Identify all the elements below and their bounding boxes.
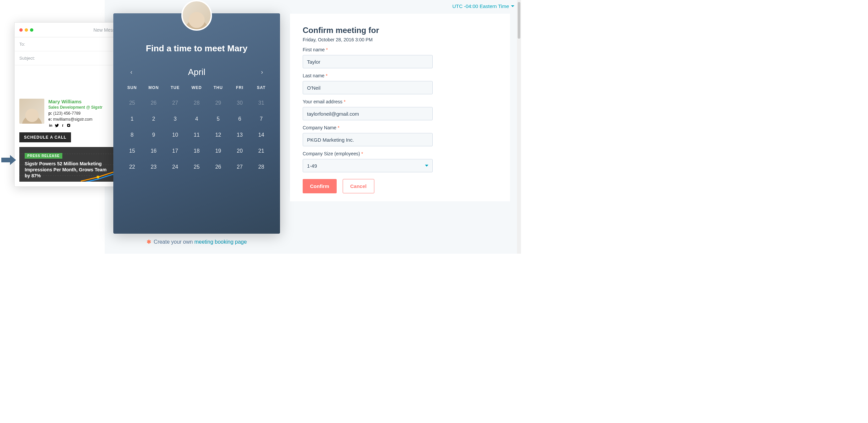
confirm-meeting-form: Confirm meeting for Friday, October 28, …	[290, 14, 510, 201]
footer-text-prefix: Create your own	[154, 239, 194, 245]
hubspot-sprocket-icon: ✱	[147, 239, 151, 245]
calendar-day[interactable]: 4	[186, 116, 208, 122]
form-button-row: Confirm Cancel	[303, 179, 497, 193]
calendar-day[interactable]: 3	[164, 116, 186, 122]
next-month-button[interactable]: ›	[258, 69, 266, 75]
press-release-tag: PRESS RELEASE	[25, 153, 62, 159]
signature-title: Sales Development @ Sigstr	[48, 105, 102, 110]
calendar-day[interactable]: 31	[250, 100, 272, 106]
calendar-day[interactable]: 18	[186, 148, 208, 154]
company-input[interactable]	[303, 133, 433, 146]
last-name-label: Last name *	[303, 73, 497, 78]
svg-point-1	[68, 125, 69, 126]
form-datetime: Friday, October 28, 2016 3:00 PM	[303, 37, 497, 42]
calendar-day[interactable]: 28	[186, 100, 208, 106]
pointer-arrow-icon	[1, 155, 16, 165]
email-value: mwilliams@sigstr.com	[53, 117, 92, 122]
company-size-select[interactable]: 1-49	[303, 159, 433, 172]
meeting-booking-link[interactable]: meeting booking page	[194, 239, 247, 245]
signature-phone: p: (123) 456-7789	[48, 111, 102, 116]
calendar-dow: WED	[186, 85, 208, 90]
calendar-day[interactable]: 9	[143, 132, 165, 138]
signature-social-icons: in f	[48, 123, 102, 128]
calendar-day[interactable]: 7	[250, 116, 272, 122]
signature-email: e: mwilliams@sigstr.com	[48, 117, 102, 122]
confirm-button[interactable]: Confirm	[303, 179, 337, 193]
calendar-dow: TUE	[164, 85, 186, 90]
scrollbar-thumb[interactable]	[518, 2, 520, 39]
calendar-day[interactable]: 5	[207, 116, 229, 122]
calendar-day[interactable]: 11	[186, 132, 208, 138]
linkedin-icon[interactable]: in	[48, 123, 53, 128]
timezone-label: UTC -04:00 Eastern Time	[452, 3, 509, 9]
signature-name: Mary Williams	[48, 99, 102, 104]
last-name-input[interactable]	[303, 81, 433, 94]
calendar-dow: FRI	[229, 85, 251, 90]
calendar-title: Find a time to meet Mary	[121, 43, 272, 54]
calendar-day[interactable]: 8	[121, 132, 143, 138]
calendar-day[interactable]: 21	[250, 148, 272, 154]
calendar-day[interactable]: 23	[143, 164, 165, 170]
calendar-day[interactable]: 29	[207, 100, 229, 106]
calendar-day[interactable]: 10	[164, 132, 186, 138]
facebook-icon[interactable]: f	[60, 123, 65, 128]
calendar-day[interactable]: 12	[207, 132, 229, 138]
calendar-avatar	[181, 0, 212, 31]
first-name-label: First name *	[303, 47, 497, 52]
calendar-day[interactable]: 24	[164, 164, 186, 170]
calendar-day[interactable]: 22	[121, 164, 143, 170]
press-release-headline: Sigstr Powers 52 Million Marketing Impre…	[25, 161, 111, 179]
calendar-day[interactable]: 30	[229, 100, 251, 106]
calendar-dow: MON	[143, 85, 165, 90]
svg-point-2	[69, 124, 70, 125]
form-heading: Confirm meeting for	[303, 26, 497, 35]
calendar-card: Find a time to meet Mary ‹ April › SUNMO…	[113, 13, 280, 234]
calendar-day[interactable]: 13	[229, 132, 251, 138]
calendar-day[interactable]: 25	[121, 100, 143, 106]
calendar-day[interactable]: 2	[143, 116, 165, 122]
calendar-day[interactable]: 25	[186, 164, 208, 170]
calendar-day[interactable]: 14	[250, 132, 272, 138]
calendar-day[interactable]: 26	[143, 100, 165, 106]
calendar-day[interactable]: 15	[121, 148, 143, 154]
cancel-button[interactable]: Cancel	[343, 179, 374, 193]
schedule-call-button[interactable]: SCHEDULE A CALL	[19, 132, 71, 142]
calendar-day[interactable]: 17	[164, 148, 186, 154]
calendar-day[interactable]: 6	[229, 116, 251, 122]
signature-avatar	[19, 99, 44, 124]
vertical-scrollbar[interactable]	[517, 0, 521, 254]
calendar-day[interactable]: 26	[207, 164, 229, 170]
timezone-selector[interactable]: UTC -04:00 Eastern Time	[452, 3, 514, 9]
signature-text-block: Mary Williams Sales Development @ Sigstr…	[48, 99, 102, 128]
company-size-value: 1-49	[307, 163, 317, 169]
email-subject-label: Subject:	[19, 56, 35, 61]
calendar-day[interactable]: 20	[229, 148, 251, 154]
select-caret-icon	[425, 165, 428, 167]
prev-month-button[interactable]: ‹	[127, 69, 135, 75]
first-name-input[interactable]	[303, 55, 433, 68]
instagram-icon[interactable]	[66, 123, 71, 128]
email-label: e:	[48, 117, 52, 122]
calendar-grid: SUNMONTUEWEDTHUFRISAT2526272829303112345…	[121, 85, 272, 170]
calendar-footer: ✱ Create your own meeting booking page	[113, 239, 280, 245]
phone-value: (123) 456-7789	[53, 111, 81, 116]
calendar-day[interactable]: 27	[229, 164, 251, 170]
calendar-day[interactable]: 16	[143, 148, 165, 154]
email-label: Your email address *	[303, 99, 497, 104]
calendar-dow: SAT	[250, 85, 272, 90]
company-size-label: Company Size (employees) *	[303, 151, 497, 156]
calendar-month-row: ‹ April ›	[121, 67, 272, 77]
calendar-day[interactable]: 28	[250, 164, 272, 170]
calendar-day[interactable]: 27	[164, 100, 186, 106]
email-input[interactable]	[303, 107, 433, 120]
calendar-dow: THU	[207, 85, 229, 90]
company-label: Company Name *	[303, 125, 497, 130]
calendar-month-label: April	[188, 67, 205, 77]
twitter-icon[interactable]	[54, 123, 59, 128]
phone-label: p:	[48, 111, 52, 116]
email-to-label: To:	[19, 42, 25, 47]
calendar-dow: SUN	[121, 85, 143, 90]
calendar-day[interactable]: 19	[207, 148, 229, 154]
calendar-day[interactable]: 1	[121, 116, 143, 122]
caret-down-icon	[511, 5, 514, 7]
